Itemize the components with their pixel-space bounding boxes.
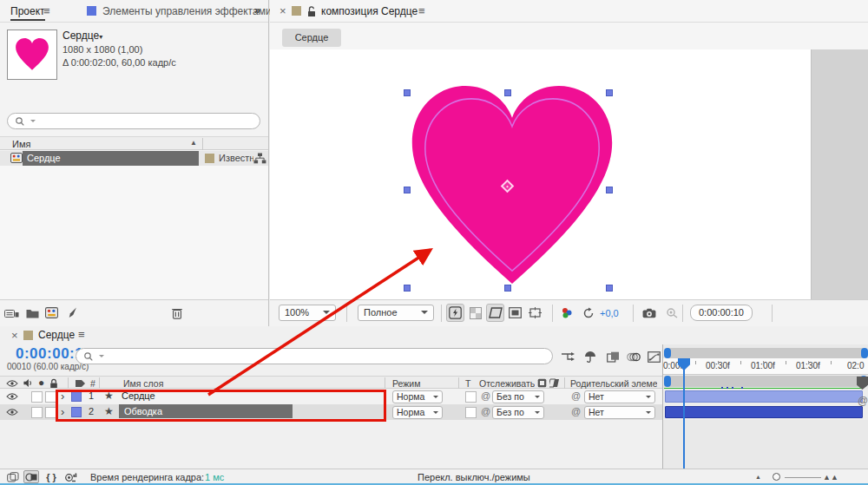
unlock-icon[interactable] [307, 6, 316, 17]
layer-switches-pane-toggle[interactable] [5, 470, 21, 483]
selection-handle[interactable] [504, 285, 511, 292]
selection-handle[interactable] [606, 187, 613, 193]
close-icon[interactable]: × [279, 4, 286, 17]
mask-visibility-button[interactable] [486, 304, 504, 322]
track-matte-icon[interactable] [549, 378, 560, 388]
matte-pickwhip-icon[interactable]: @ [481, 406, 490, 416]
column-t-label[interactable]: T [465, 378, 470, 389]
column-track-matte-label[interactable]: Отслеживать по... [479, 378, 535, 389]
render-time-pane-toggle[interactable] [62, 470, 78, 483]
eye-icon[interactable] [6, 408, 18, 416]
solo-toggle[interactable] [31, 391, 43, 403]
channel-select-button[interactable] [557, 304, 575, 322]
layer-color-chip[interactable] [71, 407, 82, 417]
safe-margins-button[interactable] [526, 304, 544, 322]
timeline-search-input[interactable] [76, 348, 553, 364]
navigator-end-handle[interactable] [861, 348, 868, 358]
composition-canvas[interactable] [270, 49, 868, 299]
tab-project[interactable]: Проект [10, 5, 45, 21]
draft-3d-icon[interactable] [582, 350, 598, 364]
preserve-transparency-icon[interactable] [537, 378, 547, 388]
frame-blending-icon[interactable] [605, 350, 621, 364]
zoom-out-icon[interactable]: ▲ [755, 474, 761, 480]
graph-editor-icon[interactable] [646, 350, 661, 364]
adjustment-brush-icon[interactable] [66, 307, 77, 318]
playhead-line[interactable] [683, 358, 685, 469]
navigator-start-handle[interactable] [664, 348, 671, 358]
timeline-panel-menu-icon[interactable]: ≡ [78, 328, 85, 341]
snapshot-camera-icon[interactable] [640, 304, 658, 322]
t-toggle[interactable] [465, 407, 477, 418]
resolution-dropdown[interactable]: Полное [358, 305, 434, 321]
solo-column-icon[interactable]: ● [38, 377, 44, 389]
zoom-in-icon[interactable]: ▲▲ [823, 473, 838, 482]
layer-color-chip[interactable] [71, 391, 82, 402]
selection-handle[interactable] [404, 89, 411, 96]
work-area-start-handle[interactable] [664, 376, 671, 387]
column-parent-label[interactable]: Родительский элемент и... [570, 378, 657, 389]
parent-dropdown[interactable]: Нет [584, 390, 655, 403]
speaker-icon[interactable] [23, 378, 33, 388]
composition-panel-menu-icon[interactable]: ≡ [418, 4, 425, 17]
project-column-header[interactable]: Имя ▲ [0, 136, 268, 150]
parent-pickwhip-icon[interactable]: @ [571, 390, 581, 401]
exposure-reset-icon[interactable] [579, 304, 597, 322]
eye-icon[interactable] [6, 392, 18, 401]
lock-toggle[interactable] [45, 391, 56, 403]
exposure-value[interactable]: +0,0 [600, 308, 619, 318]
lock-toggle[interactable] [45, 407, 56, 418]
layer-duration-bar-2[interactable] [665, 406, 863, 418]
eye-icon[interactable] [6, 379, 18, 388]
project-panel-menu-icon[interactable]: ≡ [43, 4, 50, 17]
time-ruler[interactable]: 0:00f 00:30f 01:00f 01:30f 02:0 [663, 358, 868, 375]
new-composition-icon[interactable] [45, 307, 58, 318]
track-matte-dropdown[interactable]: Без по [492, 390, 544, 403]
layer-name[interactable]: Сердце [122, 390, 155, 401]
show-snapshot-icon[interactable] [662, 304, 681, 322]
timeline-zoom-track[interactable] [785, 477, 821, 478]
composition-name-caret-icon[interactable]: ▾ [99, 33, 102, 41]
project-search-input[interactable] [7, 113, 260, 129]
selection-handle[interactable] [404, 285, 411, 292]
project-item-row[interactable]: Сердце Известн [0, 151, 268, 166]
transfer-controls-pane-toggle[interactable] [23, 470, 39, 483]
parent-dropdown[interactable]: Нет [584, 406, 655, 419]
layer-row-1[interactable]: › 1 ★ Сердце Норма @ Без по @ Нет [0, 389, 662, 404]
layer-row-2[interactable]: › 2 ★ Обводка Норма @ Без по @ Нет [0, 404, 662, 420]
track-matte-dropdown[interactable]: Без по [492, 406, 544, 419]
zoom-dropdown[interactable]: 100% [279, 305, 336, 321]
preview-timecode-field[interactable]: 0:00:00:10 [690, 305, 753, 321]
label-column-icon[interactable] [75, 379, 86, 388]
item-label-color-chip[interactable] [205, 154, 214, 163]
parent-pickwhip-icon[interactable]: @ [571, 406, 581, 416]
flowchart-icon[interactable] [253, 153, 266, 164]
composition-name[interactable]: Сердце [62, 29, 99, 42]
lock-icon[interactable] [49, 378, 58, 389]
interpret-footage-icon[interactable] [4, 308, 19, 318]
selection-handle[interactable] [606, 285, 613, 292]
blend-mode-dropdown[interactable]: Норма [392, 390, 443, 403]
transparency-grid-button[interactable] [466, 304, 484, 322]
blend-mode-dropdown[interactable]: Норма [392, 406, 443, 419]
search-options-chevron-icon[interactable] [30, 120, 36, 122]
in-out-pane-toggle[interactable]: { } [43, 470, 59, 483]
sort-ascending-icon[interactable]: ▲ [190, 139, 197, 147]
modes-toggle-button[interactable]: Перекл. выключ./режимы [418, 472, 530, 482]
solo-toggle[interactable] [31, 407, 43, 418]
layer-duration-bar-1[interactable] [665, 390, 863, 403]
column-name-label[interactable]: Имя [12, 139, 30, 149]
marker-pickwhip-icon[interactable]: @ [858, 395, 868, 407]
tab-overflow-icon[interactable]: » [254, 4, 260, 16]
project-item-name[interactable]: Сердце [23, 151, 199, 166]
fast-preview-button[interactable] [446, 304, 464, 322]
work-area-bar[interactable] [664, 376, 867, 387]
expand-layer-icon[interactable]: › [61, 390, 64, 403]
mini-flowchart-icon[interactable] [560, 350, 575, 364]
composition-thumbnail[interactable] [7, 29, 57, 80]
tab-timeline[interactable]: Сердце [38, 329, 75, 343]
column-number-label[interactable]: # [90, 378, 95, 389]
close-icon[interactable]: × [11, 329, 18, 342]
expand-layer-icon[interactable]: › [61, 405, 64, 418]
selection-handle[interactable] [404, 187, 411, 193]
matte-pickwhip-icon[interactable]: @ [481, 390, 490, 401]
